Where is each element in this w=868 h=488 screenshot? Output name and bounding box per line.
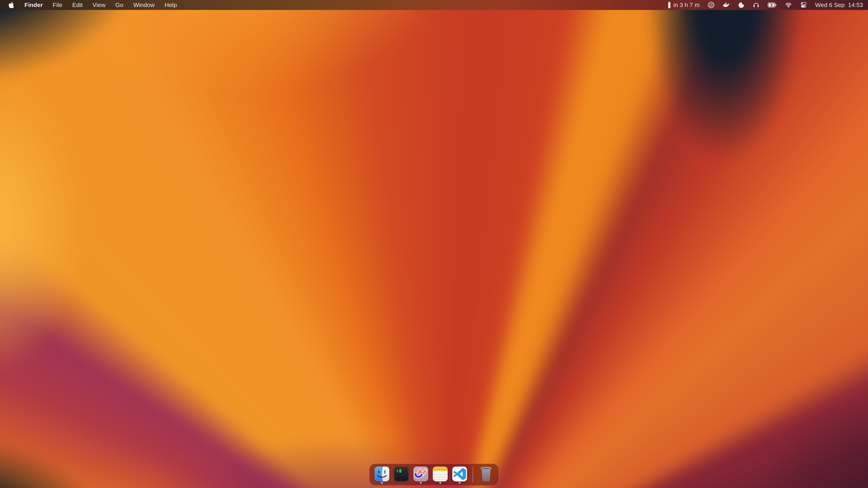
dock-item-a-app[interactable] — [413, 465, 428, 484]
battery-charging-icon[interactable] — [768, 0, 777, 10]
running-indicator — [420, 482, 422, 484]
dock-item-vscode[interactable] — [452, 465, 467, 484]
status-session-timer[interactable]: in 3 h 7 m — [668, 0, 700, 10]
docker-icon[interactable] — [723, 0, 730, 10]
trash-icon — [480, 467, 492, 482]
menu-view[interactable]: View — [92, 0, 105, 10]
running-indicator — [459, 482, 461, 484]
clock-time: 14:53 — [848, 2, 863, 8]
menu-window[interactable]: Window — [133, 0, 155, 10]
pill-icon — [668, 2, 671, 8]
focus-moon-icon[interactable] — [738, 0, 745, 10]
menu-bar-left: Finder File Edit View Go Window Help — [8, 0, 177, 10]
menu-clock[interactable]: Wed 6 Sep 14:53 — [815, 2, 863, 8]
running-indicator — [381, 482, 383, 484]
menu-bar: Finder File Edit View Go Window Help in … — [0, 0, 868, 10]
menu-file[interactable]: File — [53, 0, 62, 10]
dock-item-notes[interactable] — [433, 465, 448, 484]
dock-item-finder[interactable] — [375, 465, 390, 484]
app-menu-finder[interactable]: Finder — [24, 0, 43, 10]
control-center-icon[interactable] — [800, 0, 807, 10]
session-timer-text: in 3 h 7 m — [673, 0, 700, 10]
desktop: Finder File Edit View Go Window Help in … — [0, 0, 868, 488]
onepassword-icon[interactable] — [708, 0, 715, 10]
running-indicator — [439, 482, 441, 484]
notes-icon — [433, 466, 448, 482]
dock-separator — [473, 466, 473, 483]
menu-edit[interactable]: Edit — [72, 0, 83, 10]
clock-date: Wed 6 Sep — [815, 2, 845, 8]
dock: $ — [369, 464, 499, 486]
dock-item-terminal[interactable]: $ — [394, 465, 409, 484]
wifi-icon[interactable] — [785, 0, 792, 10]
finder-icon — [375, 466, 390, 482]
terminal-icon: $ — [394, 466, 409, 482]
headphones-icon[interactable] — [753, 0, 760, 10]
apple-menu[interactable] — [8, 2, 14, 8]
wallpaper — [0, 0, 868, 488]
dock-item-trash[interactable] — [479, 465, 494, 484]
vscode-icon — [452, 466, 467, 482]
menu-bar-status: in 3 h 7 m — [668, 0, 863, 10]
letter-a-app-icon — [413, 466, 428, 482]
apple-icon — [8, 2, 14, 8]
menu-help[interactable]: Help — [164, 0, 177, 10]
menu-go[interactable]: Go — [115, 0, 123, 10]
